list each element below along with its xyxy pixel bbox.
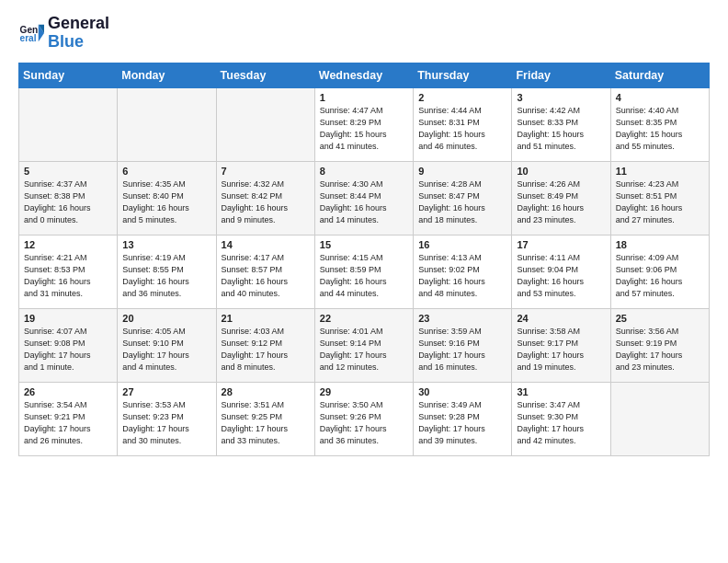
day-info: Sunrise: 4:09 AM Sunset: 9:06 PM Dayligh… [616, 252, 704, 300]
day-info: Sunrise: 4:30 AM Sunset: 8:44 PM Dayligh… [320, 178, 408, 226]
day-number: 25 [616, 313, 704, 324]
day-info: Sunrise: 4:42 AM Sunset: 8:33 PM Dayligh… [517, 105, 605, 153]
day-info: Sunrise: 4:21 AM Sunset: 8:53 PM Dayligh… [24, 252, 112, 300]
day-info: Sunrise: 4:28 AM Sunset: 8:47 PM Dayligh… [418, 178, 506, 226]
table-row: 11Sunrise: 4:23 AM Sunset: 8:51 PM Dayli… [610, 161, 709, 235]
day-info: Sunrise: 4:03 AM Sunset: 9:12 PM Dayligh… [222, 326, 310, 373]
table-row: 8Sunrise: 4:30 AM Sunset: 8:44 PM Daylig… [314, 161, 413, 235]
day-number: 28 [222, 386, 310, 397]
day-info: Sunrise: 4:13 AM Sunset: 9:02 PM Dayligh… [418, 252, 506, 300]
day-number: 14 [222, 239, 310, 250]
day-number: 21 [222, 313, 310, 324]
table-row: 19Sunrise: 4:07 AM Sunset: 9:08 PM Dayli… [19, 308, 118, 382]
day-number: 17 [517, 239, 605, 250]
day-number: 2 [418, 92, 506, 103]
day-number: 8 [320, 166, 408, 177]
weekday-header-row: Sunday Monday Tuesday Wednesday Thursday… [19, 63, 710, 87]
day-number: 18 [616, 239, 704, 250]
day-info: Sunrise: 3:49 AM Sunset: 9:28 PM Dayligh… [418, 399, 506, 447]
day-info: Sunrise: 4:40 AM Sunset: 8:35 PM Dayligh… [616, 105, 704, 153]
day-info: Sunrise: 4:15 AM Sunset: 8:59 PM Dayligh… [320, 252, 408, 300]
day-number: 23 [418, 313, 506, 324]
table-row: 1Sunrise: 4:47 AM Sunset: 8:29 PM Daylig… [314, 87, 413, 161]
day-number: 6 [122, 166, 210, 177]
table-row: 29Sunrise: 3:50 AM Sunset: 9:26 PM Dayli… [314, 382, 413, 455]
day-info: Sunrise: 4:47 AM Sunset: 8:29 PM Dayligh… [320, 105, 408, 153]
page: Gen eral General Blue Sunday Monday Tues… [0, 0, 728, 471]
table-row: 17Sunrise: 4:11 AM Sunset: 9:04 PM Dayli… [512, 235, 610, 308]
header-monday: Monday [118, 63, 216, 87]
day-number: 22 [320, 313, 408, 324]
day-number: 4 [616, 92, 704, 103]
table-row: 10Sunrise: 4:26 AM Sunset: 8:49 PM Dayli… [512, 161, 610, 235]
day-number: 11 [616, 166, 704, 177]
day-info: Sunrise: 3:51 AM Sunset: 9:25 PM Dayligh… [222, 399, 310, 447]
day-info: Sunrise: 3:50 AM Sunset: 9:26 PM Dayligh… [320, 399, 408, 447]
table-row: 22Sunrise: 4:01 AM Sunset: 9:14 PM Dayli… [314, 308, 413, 382]
table-row: 26Sunrise: 3:54 AM Sunset: 9:21 PM Dayli… [19, 382, 118, 455]
table-row: 15Sunrise: 4:15 AM Sunset: 8:59 PM Dayli… [314, 235, 413, 308]
table-row: 20Sunrise: 4:05 AM Sunset: 9:10 PM Dayli… [118, 308, 216, 382]
day-number: 15 [320, 239, 408, 250]
calendar-week-row: 12Sunrise: 4:21 AM Sunset: 8:53 PM Dayli… [19, 235, 710, 308]
logo-name: General Blue [48, 15, 109, 52]
day-number: 16 [418, 239, 506, 250]
logo: Gen eral General Blue [18, 15, 109, 52]
day-number: 3 [517, 92, 605, 103]
day-info: Sunrise: 4:11 AM Sunset: 9:04 PM Dayligh… [517, 252, 605, 300]
day-number: 1 [320, 92, 408, 103]
day-number: 5 [24, 166, 112, 177]
header-tuesday: Tuesday [216, 63, 314, 87]
table-row: 27Sunrise: 3:53 AM Sunset: 9:23 PM Dayli… [118, 382, 216, 455]
table-row: 14Sunrise: 4:17 AM Sunset: 8:57 PM Dayli… [216, 235, 314, 308]
day-number: 26 [24, 386, 112, 397]
day-number: 20 [122, 313, 210, 324]
svg-text:eral: eral [20, 33, 37, 43]
table-row: 7Sunrise: 4:32 AM Sunset: 8:42 PM Daylig… [216, 161, 314, 235]
day-info: Sunrise: 4:37 AM Sunset: 8:38 PM Dayligh… [24, 178, 112, 226]
day-number: 24 [517, 313, 605, 324]
day-info: Sunrise: 4:23 AM Sunset: 8:51 PM Dayligh… [616, 178, 704, 226]
table-row: 28Sunrise: 3:51 AM Sunset: 9:25 PM Dayli… [216, 382, 314, 455]
table-row: 4Sunrise: 4:40 AM Sunset: 8:35 PM Daylig… [610, 87, 709, 161]
header: Gen eral General Blue [18, 15, 710, 52]
day-number: 31 [517, 386, 605, 397]
table-row [216, 87, 314, 161]
day-info: Sunrise: 4:32 AM Sunset: 8:42 PM Dayligh… [222, 178, 310, 226]
table-row: 3Sunrise: 4:42 AM Sunset: 8:33 PM Daylig… [512, 87, 610, 161]
calendar-week-row: 5Sunrise: 4:37 AM Sunset: 8:38 PM Daylig… [19, 161, 710, 235]
day-info: Sunrise: 4:05 AM Sunset: 9:10 PM Dayligh… [122, 326, 210, 373]
table-row: 25Sunrise: 3:56 AM Sunset: 9:19 PM Dayli… [610, 308, 709, 382]
calendar-week-row: 26Sunrise: 3:54 AM Sunset: 9:21 PM Dayli… [19, 382, 710, 455]
header-wednesday: Wednesday [314, 63, 413, 87]
table-row: 2Sunrise: 4:44 AM Sunset: 8:31 PM Daylig… [414, 87, 512, 161]
table-row: 23Sunrise: 3:59 AM Sunset: 9:16 PM Dayli… [414, 308, 512, 382]
day-number: 13 [122, 239, 210, 250]
table-row: 24Sunrise: 3:58 AM Sunset: 9:17 PM Dayli… [512, 308, 610, 382]
day-number: 30 [418, 386, 506, 397]
table-row: 13Sunrise: 4:19 AM Sunset: 8:55 PM Dayli… [118, 235, 216, 308]
day-number: 9 [418, 166, 506, 177]
logo-icon: Gen eral [18, 20, 44, 46]
table-row: 16Sunrise: 4:13 AM Sunset: 9:02 PM Dayli… [414, 235, 512, 308]
day-info: Sunrise: 4:07 AM Sunset: 9:08 PM Dayligh… [24, 326, 112, 373]
day-info: Sunrise: 3:59 AM Sunset: 9:16 PM Dayligh… [418, 326, 506, 373]
header-sunday: Sunday [19, 63, 118, 87]
table-row: 21Sunrise: 4:03 AM Sunset: 9:12 PM Dayli… [216, 308, 314, 382]
day-info: Sunrise: 4:17 AM Sunset: 8:57 PM Dayligh… [222, 252, 310, 300]
table-row [118, 87, 216, 161]
calendar-week-row: 1Sunrise: 4:47 AM Sunset: 8:29 PM Daylig… [19, 87, 710, 161]
day-number: 7 [222, 166, 310, 177]
table-row: 5Sunrise: 4:37 AM Sunset: 8:38 PM Daylig… [19, 161, 118, 235]
day-info: Sunrise: 4:44 AM Sunset: 8:31 PM Dayligh… [418, 105, 506, 153]
day-info: Sunrise: 4:01 AM Sunset: 9:14 PM Dayligh… [320, 326, 408, 373]
table-row: 30Sunrise: 3:49 AM Sunset: 9:28 PM Dayli… [414, 382, 512, 455]
day-info: Sunrise: 4:19 AM Sunset: 8:55 PM Dayligh… [122, 252, 210, 300]
day-number: 27 [122, 386, 210, 397]
day-info: Sunrise: 4:26 AM Sunset: 8:49 PM Dayligh… [517, 178, 605, 226]
table-row: 9Sunrise: 4:28 AM Sunset: 8:47 PM Daylig… [414, 161, 512, 235]
day-info: Sunrise: 3:58 AM Sunset: 9:17 PM Dayligh… [517, 326, 605, 373]
table-row: 31Sunrise: 3:47 AM Sunset: 9:30 PM Dayli… [512, 382, 610, 455]
table-row: 6Sunrise: 4:35 AM Sunset: 8:40 PM Daylig… [118, 161, 216, 235]
day-number: 19 [24, 313, 112, 324]
